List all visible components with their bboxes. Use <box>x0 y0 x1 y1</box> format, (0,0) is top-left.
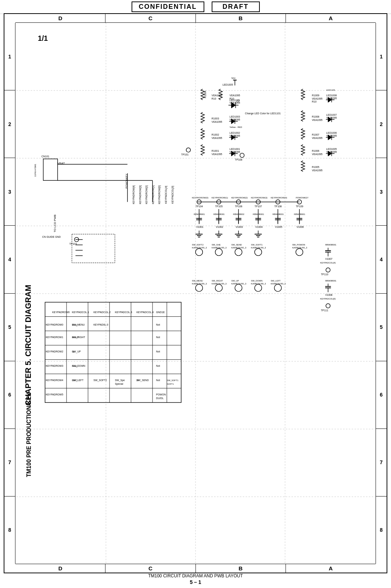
svg-text:R1007: R1007 <box>312 133 319 136</box>
svg-text:KEYPADROW4: KEYPADROW4 <box>46 379 64 381</box>
svg-text:Not: Not <box>156 323 160 326</box>
svg-text:KEYPADCOL[4]: KEYPADCOL[4] <box>320 262 336 264</box>
svg-text:SW_SHE: SW_SHE <box>212 244 221 246</box>
col-labels-top: D C B A <box>15 14 376 23</box>
svg-point-127 <box>196 248 202 255</box>
svg-text:SOFT1: SOFT1 <box>167 383 174 385</box>
svg-point-130 <box>215 248 222 255</box>
svg-text:VEA1095: VEA1095 <box>312 97 323 100</box>
svg-text:KEYPADROW1: KEYPADROW1 <box>46 336 64 338</box>
svg-text:KEYPADROW(4): KEYPADROW(4) <box>271 197 287 199</box>
svg-text:VEA1095: VEA1095 <box>312 137 323 139</box>
svg-text:TP106: TP106 <box>235 205 242 208</box>
svg-text:R1008: R1008 <box>312 115 319 118</box>
svg-point-136 <box>255 248 262 255</box>
svg-text:KARBON-R0_3: KARBON-R0_3 <box>292 247 307 249</box>
confidential-label: CONFIDENTIAL <box>132 1 204 12</box>
svg-text:KEYPADCOL.2: KEYPADCOL.2 <box>93 311 111 313</box>
svg-text:LED1007: LED1007 <box>326 114 337 116</box>
svg-text:Yellow - RED: Yellow - RED <box>230 126 242 128</box>
svg-text:V1002: V1002 <box>216 226 223 228</box>
svg-text:Not: Not <box>156 365 160 367</box>
row-2-left: 2 <box>4 90 15 158</box>
col-a-bot: A <box>286 564 376 573</box>
svg-text:SW_SOFT1: SW_SOFT1 <box>167 379 178 381</box>
col-d-bot: D <box>15 564 105 573</box>
svg-text:KEYPADROW[4]: KEYPADROW[4] <box>132 185 135 204</box>
svg-text:Not: Not <box>156 379 160 381</box>
svg-text:R1006: R1006 <box>312 150 319 152</box>
svg-text:KEYPAD0L.0: KEYPAD0L.0 <box>93 323 108 326</box>
svg-text:KEYPADROW2: KEYPADROW2 <box>46 350 64 353</box>
svg-text:VEA1095: VEA1095 <box>230 94 240 97</box>
svg-text:Change LED Color for LED1101: Change LED Color for LED1101 <box>245 112 281 115</box>
svg-text:KARBON-R0_3: KARBON-R0_3 <box>251 247 266 249</box>
row-4-right: 4 <box>376 226 387 293</box>
svg-text:KEYPADROW0: KEYPADROW0 <box>52 311 70 313</box>
svg-text:LED1008: LED1008 <box>326 94 337 97</box>
svg-text:KEYPADCOL.1: KEYPADCOL.1 <box>72 311 89 313</box>
svg-text:KEYPADROW[0]: KEYPADROW[0] <box>158 185 161 204</box>
svg-text:TM100 PRE PRODUCTION/KEY: TM100 PRE PRODUCTION/KEY <box>26 392 32 477</box>
svg-text:KEYPADCOL[0]: KEYPADCOL[0] <box>320 298 336 300</box>
svg-text:SW_MENU: SW_MENU <box>192 280 203 282</box>
svg-text:CN GUIDE GND: CN GUIDE GND <box>42 236 61 238</box>
row-5-right: 5 <box>376 294 387 361</box>
svg-text:V1003: V1003 <box>236 226 243 228</box>
svg-text:Not: Not <box>156 350 160 353</box>
row-1-left: 1 <box>4 23 15 90</box>
svg-text:R10: R10 <box>312 100 317 103</box>
row-3-left: 3 <box>4 158 15 226</box>
schematic-border: D C B A D C B A 1 2 3 4 5 6 7 8 1 2 3 4 … <box>4 13 387 573</box>
svg-point-53 <box>186 148 191 152</box>
svg-text:SW_LEFT: SW_LEFT <box>271 280 281 282</box>
svg-text:R1003: R1003 <box>212 117 219 120</box>
svg-text:VEA1095: VEA1095 <box>312 153 323 155</box>
row-3-right: 3 <box>376 158 387 226</box>
svg-text:KEYPADCOL.3: KEYPADCOL.3 <box>115 311 132 313</box>
svg-text:Special: Special <box>115 383 123 386</box>
schematic-svg: CHAPTER 5. CIRCUIT DIAGRAM TM100 PRE PRO… <box>15 23 376 564</box>
row-labels-right: 1 2 3 4 5 6 7 8 <box>376 23 387 564</box>
svg-text:Down: Down <box>72 365 78 367</box>
col-b-top: B <box>196 14 286 22</box>
svg-text:V1004: V1004 <box>255 226 263 228</box>
svg-text:TP110: TP110 <box>321 273 328 276</box>
svg-text:SW_UP: SW_UP <box>231 280 239 282</box>
svg-text:VEA1095: VEA1095 <box>212 121 222 123</box>
svg-point-133 <box>235 248 242 255</box>
svg-text:Vcc: Vcc <box>231 77 236 79</box>
svg-text:2K: 2K <box>136 379 139 381</box>
footer: TM100 CIRCUIT DIAGRAM AND PWB LAYOUT 5 –… <box>148 573 243 585</box>
svg-text:CN101: CN101 <box>42 155 49 158</box>
svg-text:SW_Spe: SW_Spe <box>115 379 125 382</box>
svg-text:VEA1095: VEA1095 <box>326 97 337 100</box>
row-8-right: 8 <box>376 496 387 564</box>
svg-point-151 <box>196 284 202 291</box>
svg-text:KEYPADCOL[0]: KEYPADCOL[0] <box>171 186 174 204</box>
svg-text:DU/DL: DU/DL <box>156 397 164 399</box>
svg-text:KEYPADROW5: KEYPADROW5 <box>46 393 64 396</box>
row-2-right: 2 <box>376 90 387 158</box>
svg-text:SW_SOFT2: SW_SOFT2 <box>93 379 107 382</box>
svg-text:R1005: R1005 <box>312 166 319 168</box>
svg-text:KARBON-R0_3: KARBON-R0_3 <box>212 247 227 249</box>
svg-text:LED1101: LED1101 <box>326 89 335 91</box>
svg-text:SW_SOFT1: SW_SOFT1 <box>251 244 262 246</box>
row-6-left: 6 <box>4 361 15 429</box>
svg-text:KEYPADROW3: KEYPADROW3 <box>46 365 64 367</box>
svg-text:KARBON-R0_3: KARBON-R0_3 <box>231 247 246 249</box>
row-4-left: 4 <box>4 226 15 293</box>
svg-point-55 <box>240 153 244 158</box>
col-c-top: C <box>105 14 196 22</box>
svg-text:RIGHT: RIGHT <box>72 336 79 338</box>
page-number: 5 – 1 <box>148 579 243 585</box>
svg-point-163 <box>274 284 281 291</box>
svg-text:R1009: R1009 <box>312 94 319 97</box>
svg-text:KARBON-R0_3: KARBON-R0_3 <box>212 283 227 285</box>
footer-text: TM100 CIRCUIT DIAGRAM AND PWB LAYOUT <box>148 573 243 578</box>
svg-text:V1008: V1008 <box>325 294 333 296</box>
svg-text:SW_SEND: SW_SEND <box>231 244 242 246</box>
svg-text:11FKA-FSM1: 11FKA-FSM1 <box>34 164 36 177</box>
svg-text:SW_DOWN: SW_DOWN <box>251 280 262 282</box>
